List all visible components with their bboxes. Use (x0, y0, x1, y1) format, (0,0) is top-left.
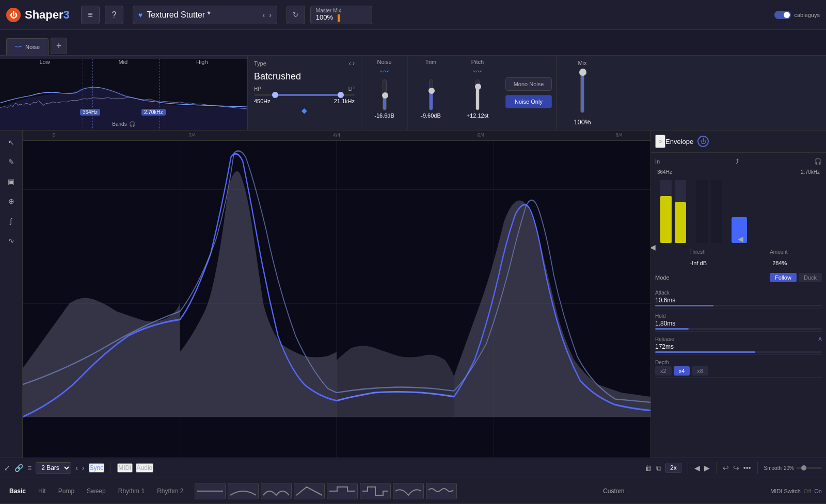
trim-col: Trim -9.60dB (408, 56, 454, 130)
release-row: Release A 172ms (655, 335, 822, 355)
copy-button[interactable]: ⧉ (656, 464, 661, 473)
pitch-label: Pitch (471, 59, 484, 65)
bottom-controls: ⤢ 🔗 ≡ 2 Bars 1 Bar 4 Bars ‹ › Sync MIDI … (0, 458, 826, 478)
midi-switch-on[interactable]: On (814, 488, 822, 494)
type-prev-button[interactable]: ‹ (349, 60, 351, 67)
bars-prev-button[interactable]: ‹ (75, 464, 78, 472)
shape-button-4[interactable] (294, 483, 325, 499)
shape-button-3[interactable] (261, 483, 292, 499)
bars-next-button[interactable]: › (82, 464, 85, 472)
mode-follow-button[interactable]: Follow (770, 273, 797, 282)
midi-switch-off[interactable]: Off (804, 488, 811, 494)
mult-button[interactable]: 2x (665, 463, 681, 473)
release-label: Release (655, 336, 674, 342)
preset-rhythm2-button[interactable]: Rhythm 2 (152, 485, 188, 497)
mode-duck-button[interactable]: Duck (799, 273, 822, 282)
mono-noise-button[interactable]: Mono Noise (505, 77, 552, 91)
depth-x4-button[interactable]: x4 (674, 366, 690, 376)
more-button[interactable]: ••• (743, 464, 751, 472)
expand-bottom-button[interactable]: ⤢ (4, 464, 10, 472)
link-button[interactable]: 🔗 (14, 464, 23, 472)
band-low-label: Low (39, 59, 50, 65)
midi-switch-label: MIDI Switch (770, 488, 801, 494)
refresh-button[interactable]: ↻ (287, 6, 305, 24)
lp-value: 21.1kHz (334, 98, 355, 104)
arrow-tool-button[interactable]: ↖ (4, 135, 19, 150)
thresh-amount-labels: Thresh Amount (655, 248, 822, 256)
noise-tab-label: Noise (25, 44, 40, 50)
smooth-thumb[interactable] (801, 465, 806, 470)
ruler-mark-2-4: 2/4 (188, 133, 196, 138)
toggle-switch[interactable] (774, 11, 791, 19)
ruler-mark-0: 0 (53, 133, 56, 138)
waveform-canvas[interactable] (23, 141, 650, 458)
lines-button[interactable]: ≡ (27, 464, 31, 472)
hold-value: 1.80ms (655, 320, 822, 327)
pitch-slider[interactable] (475, 79, 480, 110)
noise-slider[interactable] (383, 79, 387, 110)
trim-slider[interactable] (429, 79, 433, 110)
preset-rhythm1-button[interactable]: Rhythm 1 (113, 485, 150, 497)
add-tab-button[interactable]: + (51, 38, 67, 54)
redo-button[interactable]: ↪ (733, 464, 739, 472)
shape-button-1[interactable] (195, 483, 226, 499)
eq-display[interactable] (0, 59, 247, 130)
depth-x8-button[interactable]: x8 (692, 366, 708, 376)
midi-button[interactable]: MIDI (117, 463, 132, 473)
shape-button-7[interactable] (393, 483, 424, 499)
hold-slider[interactable] (655, 328, 822, 330)
preset-next-button[interactable]: › (269, 11, 272, 19)
pitch-st-value: +12.12st (467, 112, 489, 119)
depth-x2-button[interactable]: x2 (655, 366, 672, 376)
release-slider[interactable] (655, 351, 822, 353)
preset-hit-button[interactable]: Hit (33, 485, 51, 497)
cableguys-logo: cableguys (774, 11, 820, 19)
midi-switch-section: MIDI Switch Off On (770, 488, 822, 494)
node-tool-button[interactable]: ⊕ (4, 193, 19, 209)
hold-row: Hold 1.80ms (655, 312, 822, 332)
pencil-tool-button[interactable]: ✎ (4, 154, 19, 170)
type-header: Type ‹ › (254, 60, 355, 67)
audio-button[interactable]: Audio (136, 463, 154, 473)
pitch-col: Pitch 〰 +12.12st (454, 56, 501, 130)
shape-button-6[interactable] (360, 483, 391, 499)
envelope-power-button[interactable]: ⏻ (697, 136, 709, 147)
noise-db-value: -16.6dB (374, 112, 394, 119)
shape-button-5[interactable] (327, 483, 358, 499)
shape-button-2[interactable] (228, 483, 259, 499)
sync-button[interactable]: Sync (89, 463, 105, 473)
left-arrow-icon: ◀ (651, 243, 656, 251)
mix-slider[interactable] (580, 72, 584, 113)
type-next-button[interactable]: › (353, 60, 355, 67)
undo-button[interactable]: ↩ (723, 464, 729, 472)
bars-select[interactable]: 2 Bars 1 Bar 4 Bars (36, 462, 71, 474)
mode-row: Mode Follow Duck (655, 270, 822, 285)
play-prev-button[interactable]: ◀ (694, 464, 700, 472)
meter-bar-3 (696, 180, 708, 243)
preset-pump-button[interactable]: Pump (53, 485, 80, 497)
noise-wave-icon: 〰 (380, 67, 389, 77)
shape-button-8[interactable] (426, 483, 457, 499)
filter-slider[interactable] (254, 94, 355, 96)
menu-button[interactable]: ≡ (81, 6, 100, 24)
expand-button[interactable]: » (655, 135, 665, 148)
depth-label: Depth (655, 360, 822, 365)
node-tool-icon: ⊕ (8, 197, 14, 205)
wave-tool-button[interactable]: ∿ (4, 233, 19, 248)
delete-button[interactable]: 🗑 (645, 464, 652, 472)
freq-range: 364Hz 2.70kHz (655, 169, 822, 175)
smooth-slider[interactable] (796, 467, 822, 469)
play-button[interactable]: ▶ (704, 464, 710, 472)
help-button[interactable]: ? (105, 6, 123, 24)
type-label: Type (254, 60, 266, 67)
preset-sweep-button[interactable]: Sweep (82, 485, 111, 497)
brand-name: cableguys (794, 12, 820, 18)
preset-prev-button[interactable]: ‹ (263, 11, 265, 19)
curve-tool-button[interactable]: ∫ (4, 213, 19, 229)
noise-only-button[interactable]: Noise Only (505, 95, 552, 108)
attack-slider[interactable] (655, 305, 822, 306)
noise-tab[interactable]: 〰 Noise (6, 38, 49, 55)
logo: ⏻ Shaper3 (6, 8, 70, 22)
select-tool-button[interactable]: ▣ (4, 174, 19, 189)
preset-basic-button[interactable]: Basic (4, 485, 31, 497)
